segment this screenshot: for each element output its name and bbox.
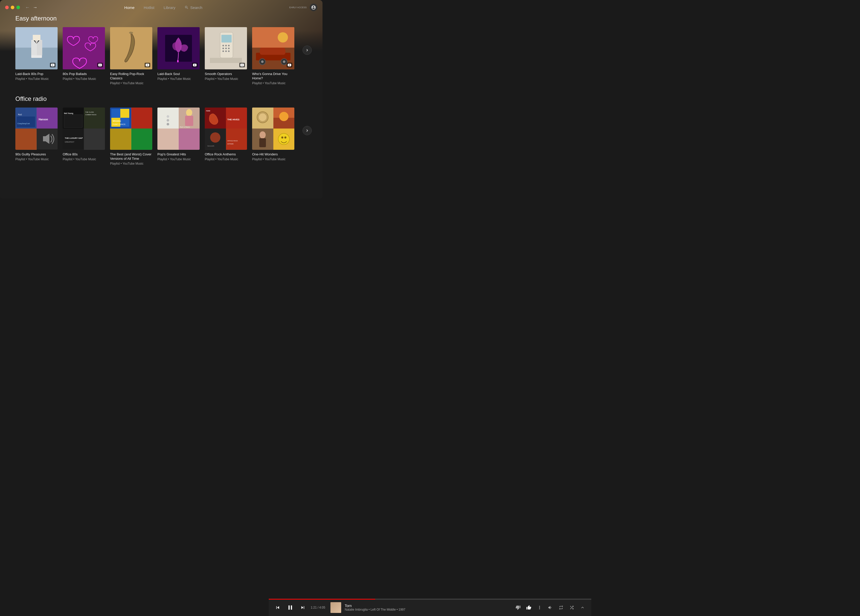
svg-point-20 xyxy=(228,45,229,46)
youtube-icon-4 xyxy=(193,63,196,67)
svg-point-36 xyxy=(283,60,286,63)
maximize-button[interactable] xyxy=(16,6,20,9)
office80s-cell-2: THE CLASH COMBAT ROCK xyxy=(84,107,105,129)
card-image-whos-gonna xyxy=(252,27,294,69)
card-title-4: Laid-Back Soul xyxy=(157,72,199,76)
svg-rect-49 xyxy=(84,107,105,129)
svg-text:COMBAT ROCK: COMBAT ROCK xyxy=(85,114,96,115)
svg-text:THE HIVES: THE HIVES xyxy=(227,118,240,121)
card-office-80s[interactable]: Neil Young THE CLASH COMBAT ROCK xyxy=(63,107,105,161)
svg-text:ANTHEMS: ANTHEMS xyxy=(227,143,234,145)
svg-point-67 xyxy=(166,115,169,118)
user-avatar[interactable] xyxy=(310,3,317,11)
card-pops-greatest[interactable]: Back to Basics xyxy=(157,107,199,161)
card-subtitle-5: Playlist • YouTube Music xyxy=(205,77,247,81)
svg-text:Neil Young: Neil Young xyxy=(64,112,73,115)
popsgreatest-cell-4 xyxy=(179,129,199,149)
scroll-right-office-radio[interactable] xyxy=(303,126,312,135)
svg-text:FUNKY DANCE: FUNKY DANCE xyxy=(113,123,126,125)
card-best-worst[interactable]: Whistles FUNKY DANCE xyxy=(110,107,152,165)
youtube-icon-2 xyxy=(98,63,102,67)
svg-rect-48 xyxy=(64,115,82,127)
svg-point-21 xyxy=(223,48,224,49)
onehit-cell-3 xyxy=(252,129,273,149)
svg-rect-65 xyxy=(131,129,152,149)
back-button[interactable]: ← xyxy=(25,5,30,10)
card-laidback-soul[interactable]: Laid-Back Soul Playlist • YouTube Music xyxy=(157,27,199,81)
card-one-hit[interactable]: One-Hit Wonders Playlist • YouTube Music xyxy=(252,107,294,161)
card-whos-gonna[interactable]: Who's Gonna Drive You Home? Playlist • Y… xyxy=(252,27,294,85)
card-title-8: Office 80s xyxy=(63,152,105,157)
svg-point-24 xyxy=(223,50,224,52)
card-smooth-operators[interactable]: Smooth Operators Playlist • YouTube Musi… xyxy=(205,27,247,81)
svg-text:CrazySexyCool: CrazySexyCool xyxy=(17,123,30,125)
card-90s-guilty[interactable]: TLC CrazySexyCool Hanson xyxy=(15,107,58,161)
minimize-button[interactable] xyxy=(11,6,14,9)
card-easy-rolling[interactable]: Easy Rolling Pop-Rock Classics Playlist … xyxy=(110,27,152,85)
window-controls xyxy=(5,6,20,9)
popsgreatest-cell-3 xyxy=(157,129,178,149)
svg-point-18 xyxy=(223,45,224,46)
play-overlay-6 xyxy=(287,63,292,68)
popsgreatest-cell-1 xyxy=(157,107,178,129)
card-subtitle-1: Playlist • YouTube Music xyxy=(15,77,58,81)
svg-rect-83 xyxy=(226,129,247,149)
youtube-icon-3 xyxy=(146,63,149,67)
svg-rect-57 xyxy=(111,109,120,118)
svg-text:THE LUXURY GAP: THE LUXURY GAP xyxy=(65,137,83,139)
youtube-icon xyxy=(51,63,55,67)
onehit-cell-2 xyxy=(273,107,294,129)
svg-point-25 xyxy=(225,50,227,52)
cards-easy-afternoon: Laid-Back 80s Pop Playlist • YouTube Mus… xyxy=(15,27,307,85)
card-title-1: Laid-Back 80s Pop xyxy=(15,72,58,76)
play-overlay-4 xyxy=(192,63,198,68)
svg-point-69 xyxy=(166,123,169,126)
scroll-right-easy-afternoon[interactable] xyxy=(303,46,312,55)
svg-point-14 xyxy=(177,60,179,63)
nav-arrows: ← → xyxy=(25,5,38,10)
popsgreatest-cell-2: Back to Basics xyxy=(179,107,199,129)
card-office-rock[interactable]: FEND THE HIVES xyxy=(205,107,247,161)
svg-text:GREATEST: GREATEST xyxy=(65,141,74,143)
svg-text:THE CLASH: THE CLASH xyxy=(85,112,94,113)
nav-library[interactable]: Library xyxy=(163,5,175,10)
card-image-one-hit xyxy=(252,107,294,150)
search-icon xyxy=(185,5,188,9)
chevron-right-icon-2 xyxy=(305,128,309,133)
svg-rect-32 xyxy=(260,48,286,55)
card-80s-pop-ballads[interactable]: 80s Pop Ballads Playlist • YouTube Music xyxy=(63,27,105,81)
nav-right: EARLY ACCESS xyxy=(289,3,317,11)
svg-point-26 xyxy=(228,50,229,52)
section-title-easy-afternoon: Easy afternoon xyxy=(15,15,307,22)
card-subtitle-7: Playlist • YouTube Music xyxy=(15,157,58,161)
card-laidback-80s-pop[interactable]: Laid-Back 80s Pop Playlist • YouTube Mus… xyxy=(15,27,58,81)
svg-point-71 xyxy=(186,109,192,116)
bestworst-cell-3 xyxy=(110,129,131,149)
card-image-laidback-80s-pop xyxy=(15,27,58,69)
card-title-9: The Best (and Worst) Cover Versions of A… xyxy=(110,152,152,161)
officerock-cell-4: OFFICE ROCK ANTHEMS xyxy=(226,129,247,149)
collage-cell-3 xyxy=(15,129,36,149)
svg-rect-27 xyxy=(210,58,242,63)
svg-text:OFFICE ROCK: OFFICE ROCK xyxy=(227,140,238,141)
svg-rect-63 xyxy=(131,107,152,129)
nav-hotlist[interactable]: Hotlist xyxy=(144,5,155,10)
svg-rect-59 xyxy=(111,118,120,127)
svg-text:FEND: FEND xyxy=(206,110,210,112)
nav-home[interactable]: Home xyxy=(124,5,135,10)
card-title-12: One-Hit Wonders xyxy=(252,152,294,157)
forward-button[interactable]: → xyxy=(33,5,38,10)
chevron-right-icon xyxy=(305,48,309,52)
card-image-90s-guilty: TLC CrazySexyCool Hanson xyxy=(15,107,58,150)
svg-rect-94 xyxy=(259,138,266,147)
svg-rect-40 xyxy=(17,116,35,127)
app-window: ← → Home Hotlist Library Search EARLY AC… xyxy=(0,0,322,199)
search-area[interactable]: Search xyxy=(185,5,202,10)
close-button[interactable] xyxy=(5,6,9,9)
collage-cell-4 xyxy=(37,129,58,149)
card-image-80s-pop-ballads xyxy=(63,27,105,69)
card-subtitle-3: Playlist • YouTube Music xyxy=(110,82,152,85)
svg-rect-60 xyxy=(120,118,129,127)
card-title-7: 90s Guilty Pleasures xyxy=(15,152,58,157)
svg-point-19 xyxy=(225,45,227,46)
